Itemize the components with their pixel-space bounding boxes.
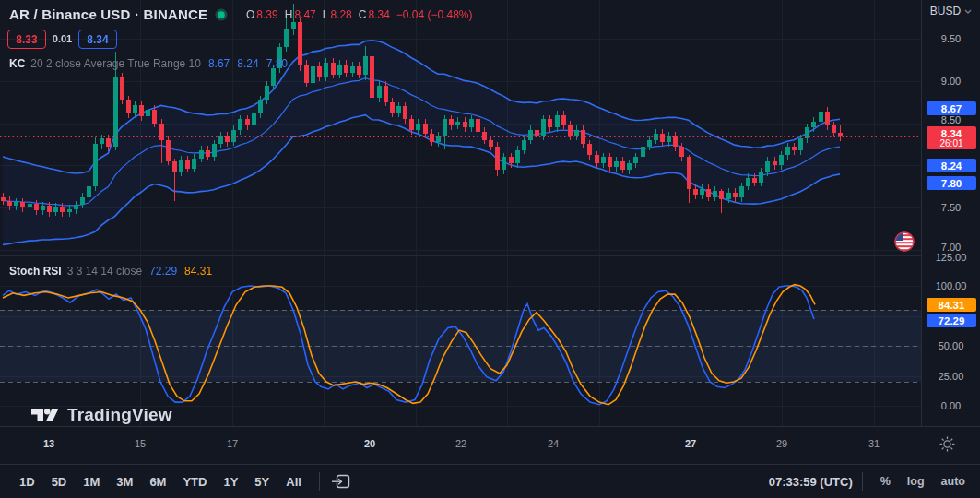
- price-scale-label: 9.00: [922, 76, 980, 87]
- price-badge: 84.31: [927, 298, 976, 312]
- low-label: L: [323, 8, 329, 21]
- range-button-ytd[interactable]: YTD: [176, 471, 213, 492]
- price-badge: 7.80: [927, 176, 976, 190]
- price-scale-label: 9.50: [922, 33, 980, 44]
- price-scale[interactable]: BUSD 9.509.008.507.507.00125.00100.0050.…: [921, 0, 980, 464]
- kc-name: KC: [9, 57, 25, 70]
- range-button-1m[interactable]: 1M: [77, 471, 106, 492]
- stoch-d-value: 84.31: [184, 265, 212, 278]
- close-value: 8.34: [368, 8, 389, 21]
- price-scale-label: 100.00: [922, 280, 980, 291]
- range-buttons: 1D5D1M3M6MYTD1Y5YAll: [13, 471, 350, 492]
- stoch-params: 3 3 14 14 close: [67, 265, 142, 278]
- range-button-1d[interactable]: 1D: [13, 471, 41, 492]
- kc-lower-value: 7.80: [266, 57, 288, 70]
- bottom-toolbar: 1D5D1M3M6MYTD1Y5YAll 07:33:59 (UTC) % lo…: [0, 464, 980, 498]
- change-value: −0.04 (−0.48%): [396, 8, 473, 21]
- scale-controls: 07:33:59 (UTC) % log auto: [769, 471, 967, 492]
- price-badge: 8.67: [927, 101, 976, 115]
- price-scale-label: 7.50: [922, 202, 980, 213]
- time-tick: 24: [539, 438, 567, 449]
- ohlc-readout: O8.39 H8.47 L8.28 C8.34 −0.04 (−0.48%): [246, 8, 473, 21]
- close-label: C: [359, 8, 367, 21]
- timezone-settings-icon[interactable]: [939, 436, 956, 453]
- price-badge: 8.24: [927, 159, 976, 172]
- range-button-1y[interactable]: 1Y: [217, 471, 244, 492]
- tradingview-logo[interactable]: TradingView: [31, 405, 172, 425]
- high-value: 8.47: [294, 8, 315, 21]
- percent-scale-button[interactable]: %: [872, 471, 899, 492]
- price-scale-label: 25.00: [922, 371, 980, 382]
- price-badge: 8.3426:01: [927, 126, 976, 149]
- trading-app: AR / Binance USD · BINANCE O8.39 H8.47 L…: [0, 0, 980, 498]
- time-tick: 17: [218, 438, 246, 449]
- us-flag-event-icon[interactable]: [893, 231, 915, 253]
- tradingview-mark: [31, 405, 59, 425]
- spread-value: 0.01: [49, 33, 76, 44]
- market-status-icon: [215, 8, 228, 21]
- price-scale-label: 125.00: [922, 252, 980, 263]
- price-scale-label: 8.50: [922, 114, 980, 125]
- symbol-header[interactable]: AR / Binance USD · BINANCE: [9, 6, 228, 22]
- kc-indicator-legend[interactable]: KC 20 2 close Average True Range 10 8.67…: [9, 57, 288, 70]
- open-label: O: [246, 8, 254, 21]
- range-button-all[interactable]: All: [279, 471, 308, 492]
- range-button-5y[interactable]: 5Y: [248, 471, 276, 492]
- auto-scale-button[interactable]: auto: [933, 471, 967, 492]
- price-scale-label: 0.00: [922, 400, 980, 411]
- buy-button[interactable]: 8.34: [78, 30, 117, 49]
- low-value: 8.28: [330, 8, 351, 21]
- toolbar-separator: [319, 472, 320, 491]
- currency-label: BUSD: [930, 5, 961, 18]
- kc-upper-value: 8.67: [208, 57, 230, 70]
- clock[interactable]: 07:33:59 (UTC): [769, 475, 853, 489]
- time-tick: 31: [860, 438, 888, 449]
- toolbar-separator: [862, 472, 863, 491]
- chevron-down-icon: [964, 9, 972, 14]
- symbol-title: AR / Binance USD · BINANCE: [9, 6, 207, 22]
- stoch-k-value: 72.29: [149, 265, 177, 278]
- go-to-date-icon[interactable]: [331, 474, 350, 490]
- tradingview-wordmark: TradingView: [67, 405, 172, 425]
- high-label: H: [285, 8, 293, 21]
- sell-button[interactable]: 8.33: [7, 30, 46, 49]
- log-scale-button[interactable]: log: [899, 471, 933, 492]
- kc-middle-value: 8.24: [237, 57, 258, 70]
- time-tick: 22: [447, 438, 475, 449]
- time-tick: 20: [356, 438, 384, 449]
- range-button-5d[interactable]: 5D: [45, 471, 74, 492]
- time-scale[interactable]: 131517202224272931: [0, 426, 980, 464]
- time-tick: 15: [126, 438, 154, 449]
- currency-dropdown[interactable]: BUSD: [922, 5, 980, 18]
- kc-params: 20 2 close Average True Range 10: [30, 57, 201, 70]
- open-value: 8.39: [256, 8, 277, 21]
- range-button-3m[interactable]: 3M: [110, 471, 139, 492]
- time-tick: 27: [677, 438, 704, 449]
- price-badge: 72.29: [927, 314, 976, 327]
- range-button-6m[interactable]: 6M: [143, 471, 172, 492]
- price-scale-label: 50.00: [922, 340, 980, 351]
- time-tick: 13: [35, 438, 63, 449]
- stoch-rsi-legend[interactable]: Stoch RSI 3 3 14 14 close 72.29 84.31: [9, 265, 212, 278]
- time-tick: 29: [768, 438, 796, 449]
- stoch-name: Stoch RSI: [9, 265, 62, 278]
- pane-divider[interactable]: [0, 255, 980, 256]
